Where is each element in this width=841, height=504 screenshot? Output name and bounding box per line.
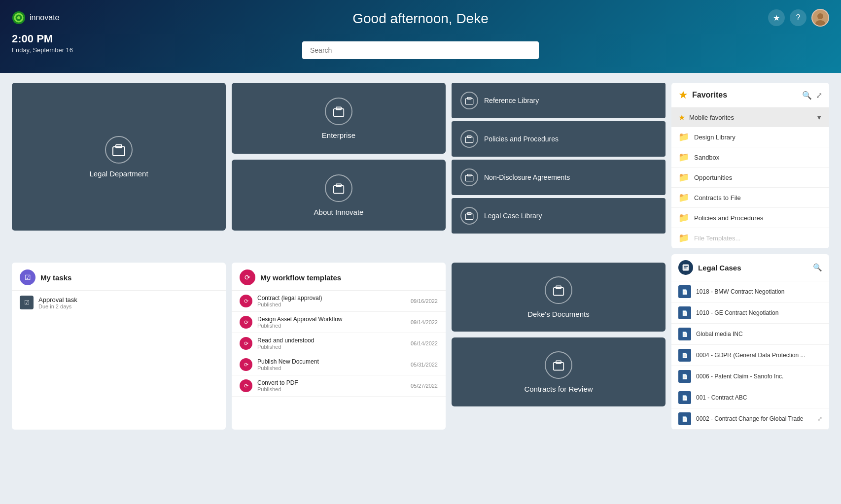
favorites-expand-icon[interactable]: ⤢ [816, 91, 822, 100]
policies-icon [460, 130, 478, 148]
dekes-documents-label: Deke's Documents [527, 310, 589, 318]
wf-icon: ⟳ [240, 337, 252, 350]
favorites-item-design-library[interactable]: 📁 Design Library [671, 127, 829, 147]
wf-status: Published [257, 323, 406, 329]
legal-case-bmw-label: 1018 - BMW Contract Negotiation [696, 288, 822, 295]
favorites-item-contracts-to-file[interactable]: 📁 Contracts to File [671, 188, 829, 208]
svg-rect-21 [684, 266, 688, 267]
header: innovate Good afternoon, Deke ★ ? 2:00 P… [0, 0, 841, 73]
contracts-for-review-tile[interactable]: Contracts for Review [452, 337, 666, 406]
favorites-opportunities-label: Opportunities [694, 174, 732, 181]
task-item-approval[interactable]: ☑ Approval task Due in 2 days [12, 291, 226, 314]
non-disclosure-item[interactable]: Non-Disclosure Agreements [452, 160, 666, 195]
workflow-item-pdf[interactable]: ⟳ Convert to PDF Published 05/27/2022 [232, 375, 446, 397]
workflow-item-read[interactable]: ⟳ Read and understood Published 06/14/20… [232, 333, 446, 354]
datetime: 2:00 PM Friday, September 16 [12, 33, 73, 54]
favorites-item-file-templates[interactable]: 📁 File Templates... [671, 228, 829, 248]
help-icon-button[interactable]: ? [790, 9, 806, 26]
legal-case-doc-icon: 📄 [678, 412, 691, 425]
search-input[interactable] [302, 41, 539, 59]
legal-case-item-001[interactable]: 📄 001 - Contract ABC [671, 387, 829, 408]
wf-name: Design Asset Approval Workflow [257, 316, 406, 323]
wf-info: Read and understood Published [257, 337, 406, 350]
my-tasks-panel: ☑ My tasks ☑ Approval task Due in 2 days [12, 263, 226, 430]
workflow-item-design-asset[interactable]: ⟳ Design Asset Approval Workflow Publish… [232, 312, 446, 333]
favorites-group-label: Mobile favorites [689, 114, 734, 121]
wf-name: Publish New Document [257, 358, 406, 365]
tasks-icon: ☑ [20, 269, 35, 285]
folder-icon: 📁 [678, 152, 689, 163]
favorites-group-left: ★ Mobile favorites [678, 113, 734, 122]
legal-case-ge-label: 1010 - GE Contract Negotiation [696, 309, 822, 316]
wf-status: Published [257, 386, 406, 392]
policies-label: Policies and Procedures [484, 135, 559, 143]
svg-rect-22 [684, 268, 687, 269]
about-innovate-label: About Innovate [314, 208, 364, 216]
non-disclosure-icon [460, 168, 478, 186]
enterprise-tile[interactable]: Enterprise [232, 83, 446, 154]
folder-icon: 📁 [678, 192, 689, 203]
enterprise-label: Enterprise [322, 131, 355, 139]
user-avatar[interactable] [811, 9, 829, 27]
dekes-documents-tile[interactable]: Deke's Documents [452, 263, 666, 332]
legal-case-item-gdpr[interactable]: 📄 0004 - GDPR (General Data Protection .… [671, 345, 829, 366]
logo-icon [12, 11, 26, 25]
legal-case-doc-icon: 📄 [678, 370, 691, 383]
legal-cases-search-icon[interactable]: 🔍 [813, 263, 822, 272]
wf-info: Convert to PDF Published [257, 379, 406, 392]
legal-case-item-ge[interactable]: 📄 1010 - GE Contract Negotiation [671, 302, 829, 324]
favorites-item-policies[interactable]: 📁 Policies and Procedures [671, 208, 829, 228]
legal-case-001-label: 001 - Contract ABC [696, 394, 822, 401]
logo-text: innovate [30, 13, 60, 22]
legal-case-item-0002[interactable]: 📄 0002 - Contract Change for Global Trad… [671, 408, 829, 430]
wf-date: 09/16/2022 [411, 298, 438, 304]
tasks-title: My tasks [40, 273, 71, 282]
task-due: Due in 2 days [38, 303, 77, 309]
about-innovate-tile[interactable]: About Innovate [232, 160, 446, 231]
policies-procedures-item[interactable]: Policies and Procedures [452, 121, 666, 157]
group-star-icon: ★ [678, 113, 685, 122]
legal-department-icon [105, 136, 133, 164]
reference-library-item[interactable]: Reference Library [452, 83, 666, 118]
folder-icon: 📁 [678, 233, 689, 243]
wf-icon: ⟳ [240, 295, 252, 307]
wf-date: 09/14/2022 [411, 319, 438, 325]
legal-department-label: Legal Department [89, 169, 148, 178]
legal-department-tile[interactable]: Legal Department [12, 83, 226, 231]
favorites-item-sandbox[interactable]: 📁 Sandbox [671, 147, 829, 168]
workflow-item-publish[interactable]: ⟳ Publish New Document Published 05/31/2… [232, 354, 446, 375]
legal-case-item-bmw[interactable]: 📄 1018 - BMW Contract Negotiation [671, 281, 829, 302]
external-link-icon[interactable]: ⤢ [817, 415, 822, 422]
col2-tiles: Enterprise About Innovate [232, 83, 446, 257]
legal-case-gdpr-label: 0004 - GDPR (General Data Protection ... [696, 352, 822, 359]
enterprise-icon [325, 98, 352, 125]
task-info: Approval task Due in 2 days [38, 296, 77, 309]
favorites-design-library-label: Design Library [694, 134, 736, 141]
logo[interactable]: innovate [12, 11, 60, 25]
header-actions: ★ ? [768, 9, 829, 27]
legal-case-item-global-media[interactable]: 📄 Global media INC [671, 324, 829, 345]
favorites-icon-button[interactable]: ★ [768, 9, 785, 26]
workflow-title: My workflow templates [260, 273, 341, 282]
wf-info: Design Asset Approval Workflow Published [257, 316, 406, 329]
favorites-item-opportunities[interactable]: 📁 Opportunities [671, 168, 829, 188]
favorites-search-icon[interactable]: 🔍 [802, 91, 812, 100]
legal-cases-header: Legal Cases 🔍 [671, 254, 829, 281]
legal-case-sanofo-label: 0006 - Patent Claim - Sanofo Inc. [696, 373, 822, 380]
legal-case-item-sanofo[interactable]: 📄 0006 - Patent Claim - Sanofo Inc. [671, 366, 829, 387]
time-display: 2:00 PM [12, 33, 73, 45]
favorites-group[interactable]: ★ Mobile favorites ▼ [671, 108, 829, 127]
legal-case-library-icon [460, 207, 478, 225]
main-content: Legal Department Enterprise About Innova… [0, 73, 841, 439]
legal-case-doc-icon: 📄 [678, 391, 691, 404]
col3-items: Reference Library Policies and Procedure… [452, 83, 666, 257]
workflow-templates-panel: ⟳ My workflow templates ⟳ Contract (lega… [232, 263, 446, 430]
wf-date: 05/27/2022 [411, 383, 438, 389]
workflow-item-contract-legal[interactable]: ⟳ Contract (legal approval) Published 09… [232, 291, 446, 312]
legal-case-library-item[interactable]: Legal Case Library [452, 198, 666, 234]
contracts-for-review-label: Contracts for Review [524, 385, 593, 393]
col4-panels: ★ Favorites 🔍 ⤢ ★ Mobile favorites ▼ 📁 D… [671, 83, 829, 430]
wf-name: Convert to PDF [257, 379, 406, 386]
wf-date: 05/31/2022 [411, 362, 438, 368]
wf-icon: ⟳ [240, 358, 252, 371]
